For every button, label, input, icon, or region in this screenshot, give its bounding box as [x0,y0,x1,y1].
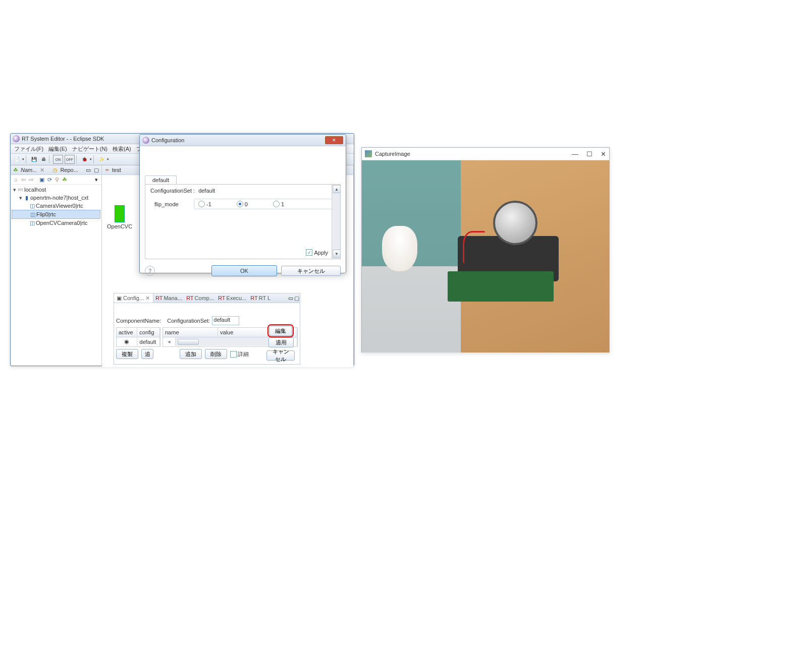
repository-tab[interactable]: Repo... [60,167,78,173]
table-row[interactable]: ◉ default [117,337,160,346]
dialog-title-text: Configuration [151,137,184,143]
help-icon[interactable]: ? [145,266,155,276]
nameservice-pane: ☘ Nam... ✕ ◷ Repo... ▭ ▢ ⌂ ⇦ ⇨ ▣ ⟳ [11,165,102,367]
checkbox-icon [230,351,237,358]
dialog-titlebar[interactable]: Configuration ✕ [140,135,346,146]
close-tab-icon[interactable]: ✕ [39,167,45,173]
filter-icon[interactable]: ⚲ [54,177,60,183]
tree-item-selected[interactable]: ◫ Flip0|rtc [12,210,100,219]
nameservice-toolbar: ⌂ ⇦ ⇨ ▣ ⟳ ⚲ ☘ ▾ [11,175,101,185]
rt-icon: RT [218,295,225,301]
ok-button[interactable]: OK [211,265,277,276]
dialog-close-button[interactable]: ✕ [325,136,343,144]
minimize-view-icon[interactable]: ▭ [85,167,91,173]
nameservice-view-header: ☘ Nam... ✕ ◷ Repo... ▭ ▢ [11,165,101,175]
close-icon[interactable]: ✕ [145,295,151,301]
add-left-button[interactable]: 追 [141,349,153,359]
save-icon[interactable]: 💾 [30,155,38,163]
copy-button[interactable]: 複製 [116,349,138,359]
radio-opt-0[interactable]: 0 [237,201,248,207]
view-menu-icon[interactable]: ▾ [93,177,99,183]
radio-icon-selected [237,201,243,207]
editor-tab-label[interactable]: test [112,167,121,173]
scroll-down-icon[interactable]: ▼ [333,250,341,258]
menu-search[interactable]: 検索(A) [110,145,134,153]
minimize-button[interactable]: — [572,150,578,158]
wand-icon[interactable]: ✨ [97,155,105,163]
rtc-icon: ◫ [29,203,36,209]
tab-execu[interactable]: RTExecu... [216,293,248,303]
tab-config[interactable]: ▣ Config... ✕ [114,293,153,303]
minimize-view-icon[interactable]: ▭ [288,295,294,301]
nameservice-tab[interactable]: Nam... [21,167,37,173]
dialog-tab-default[interactable]: default [145,175,177,184]
expand-icon[interactable]: ▾ [12,187,17,193]
back-icon[interactable]: ⇦ [20,177,26,183]
scroll-up-icon[interactable]: ▲ [333,185,341,193]
tab-rtl[interactable]: RTRT L [248,293,273,303]
tree-item-label: Flip0|rtc [36,211,56,217]
leaf2-icon[interactable]: ☘ [62,177,68,183]
rtc-icon: ◫ [29,211,36,218]
apply-button[interactable]: 適用 [268,337,294,347]
add-server-icon[interactable]: ▣ [39,177,45,183]
new-icon[interactable]: 📄 [13,155,21,163]
rtc-component-block[interactable] [115,205,125,222]
maximize-view-icon[interactable]: ▢ [294,295,300,301]
flip-mode-radio-group: -1 0 1 [194,199,334,209]
tree-root[interactable]: ▾ RT localhost [12,186,100,194]
menu-edit[interactable]: 編集(E) [46,145,70,153]
tree-host-label: openrtm-note7|host_cxt [30,195,88,201]
home-icon[interactable]: ⌂ [13,177,19,183]
add-button[interactable]: 追加 [180,349,202,359]
capture-image-content [362,160,609,352]
menu-navigate[interactable]: ナビゲート(N) [70,145,110,153]
radio-opt-minus1[interactable]: -1 [198,201,211,207]
maximize-view-icon[interactable]: ▢ [93,167,99,173]
tree-item[interactable]: ◫ OpenCVCamera0|rtc [12,219,100,227]
dialog-scrollbar[interactable]: ▲ ▼ [332,185,340,259]
on-icon[interactable]: ON [53,155,63,164]
radio-opt-1[interactable]: 1 [273,201,284,207]
forward-icon[interactable]: ⇨ [28,177,34,183]
menu-file[interactable]: ファイル(F) [12,145,46,153]
capture-titlebar[interactable]: CaptureImage — ☐ ✕ [362,148,609,160]
radio-icon [198,201,205,207]
print-icon[interactable]: 🖶 [39,155,47,163]
radio-label: -1 [206,201,211,207]
dialog-panel: ConfigurationSet : default flip_mode -1 … [145,184,341,259]
edit-button[interactable]: 編集 [269,326,292,336]
delete-button[interactable]: 削除 [205,349,227,359]
refresh-icon[interactable]: ⟳ [46,177,52,183]
detail-checkbox[interactable]: 詳細 [230,349,249,359]
tree-host[interactable]: ▾ ▮ openrtm-note7|host_cxt [12,194,100,202]
nameservice-tree[interactable]: ▾ RT localhost ▾ ▮ openrtm-note7|host_cx… [11,185,101,367]
dlg-configset-label: ConfigurationSet : [150,188,195,194]
capture-image-window: CaptureImage — ☐ ✕ [361,147,610,352]
active-radio[interactable]: ◉ [117,337,137,346]
maximize-button[interactable]: ☐ [586,150,592,158]
pin-icon: ✒ [104,167,110,173]
tree-item[interactable]: ◫ CameraViewer0|rtc [12,202,100,210]
expand-icon[interactable]: ▾ [18,195,23,201]
rt-icon: RT [250,295,257,301]
configset-value-field[interactable]: default [212,316,239,325]
tab-comp[interactable]: RTComp... [184,293,216,303]
tab-comp-label: Comp... [195,295,214,301]
clock-icon: ◷ [52,167,58,173]
apply-checkbox[interactable]: ✓ Apply [306,249,328,256]
col-name[interactable]: name [163,328,218,336]
config-tab-icon: ▣ [116,295,122,301]
off-icon[interactable]: OFF [65,155,75,164]
host-icon: ▮ [23,195,30,201]
close-button[interactable]: ✕ [601,150,606,158]
rtc-icon: ◫ [29,220,36,226]
col-config[interactable]: config [137,328,160,336]
scroll-left-icon[interactable]: ◂ [163,337,176,346]
bug-icon[interactable]: 🐞 [80,155,88,163]
dialog-cancel-button[interactable]: キャンセル [281,266,341,276]
tab-mana[interactable]: RTMana... [153,293,184,303]
cancel-button[interactable]: キャンセル [266,350,295,361]
rt-icon: RT [17,188,24,192]
col-active[interactable]: active [117,328,137,336]
